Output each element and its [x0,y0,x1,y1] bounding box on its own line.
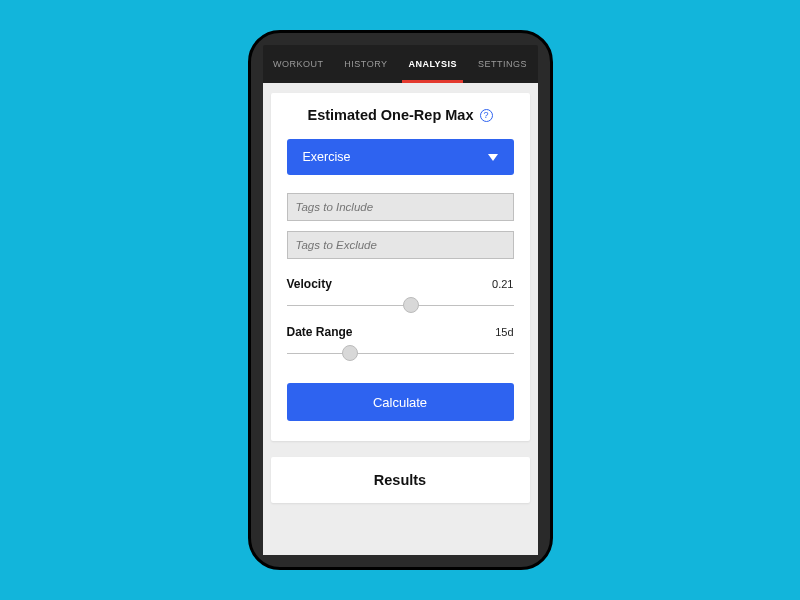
daterange-value: 15d [495,326,513,338]
phone-frame: WORKOUT HISTORY ANALYSIS SETTINGS Estima… [248,30,553,570]
daterange-slider[interactable] [287,341,514,365]
tab-label: WORKOUT [273,59,324,69]
velocity-slider-block: Velocity 0.21 [287,277,514,317]
card-title: Estimated One-Rep Max [308,107,474,123]
tags-exclude-input[interactable] [287,231,514,259]
tab-analysis[interactable]: ANALYSIS [402,45,463,83]
tab-label: ANALYSIS [408,59,457,69]
tab-history[interactable]: HISTORY [338,45,393,83]
slider-handle[interactable] [403,297,419,313]
daterange-label: Date Range [287,325,353,339]
tab-label: SETTINGS [478,59,527,69]
tab-workout[interactable]: WORKOUT [267,45,330,83]
analysis-card: Estimated One-Rep Max ? Exercise Velocit… [271,93,530,441]
tags-include-input[interactable] [287,193,514,221]
results-card: Results [271,457,530,503]
card-title-row: Estimated One-Rep Max ? [287,107,514,123]
exercise-dropdown-label: Exercise [303,150,351,164]
tab-label: HISTORY [344,59,387,69]
slider-rail [287,305,514,306]
tab-bar: WORKOUT HISTORY ANALYSIS SETTINGS [263,45,538,83]
exercise-dropdown[interactable]: Exercise [287,139,514,175]
velocity-value: 0.21 [492,278,513,290]
slider-rail [287,353,514,354]
chevron-down-icon [488,154,498,161]
velocity-slider[interactable] [287,293,514,317]
velocity-label: Velocity [287,277,332,291]
help-icon[interactable]: ? [480,109,493,122]
daterange-slider-block: Date Range 15d [287,325,514,365]
screen-content: Estimated One-Rep Max ? Exercise Velocit… [263,83,538,555]
slider-handle[interactable] [342,345,358,361]
calculate-button[interactable]: Calculate [287,383,514,421]
results-title: Results [374,472,426,488]
calculate-button-label: Calculate [373,395,427,410]
tab-settings[interactable]: SETTINGS [472,45,533,83]
